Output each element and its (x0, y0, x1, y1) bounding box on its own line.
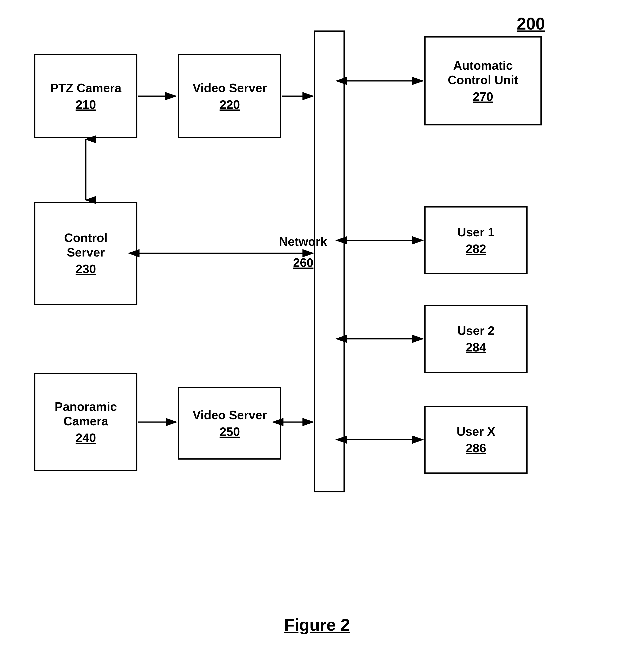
figure-number: 200 (517, 14, 545, 33)
user1-box: User 1 282 (424, 206, 528, 274)
ptz-camera-label: PTZ Camera (50, 81, 121, 95)
network-label: Network (279, 235, 327, 248)
video-server-220-number: 220 (220, 98, 240, 112)
video-server-220-box: Video Server 220 (178, 54, 282, 138)
user2-box: User 2 284 (424, 305, 528, 373)
user1-number: 282 (466, 242, 486, 256)
userx-number: 286 (466, 441, 486, 455)
panoramic-camera-box: PanoramicCamera 240 (34, 373, 138, 471)
video-server-250-number: 250 (220, 425, 240, 439)
userx-label: User X (457, 424, 495, 439)
userx-box: User X 286 (424, 406, 528, 474)
user1-label: User 1 (458, 225, 495, 239)
control-server-label: ControlServer (64, 231, 107, 260)
panoramic-camera-label: PanoramicCamera (55, 399, 117, 429)
control-server-number: 230 (76, 262, 96, 276)
auto-control-unit-box: AutomaticControl Unit 270 (424, 37, 542, 125)
auto-control-unit-label: AutomaticControl Unit (448, 58, 518, 88)
user2-number: 284 (466, 340, 486, 354)
ptz-camera-box: PTZ Camera 210 (34, 54, 138, 138)
network-bar (314, 30, 345, 493)
video-server-250-box: Video Server 250 (178, 387, 282, 460)
video-server-220-label: Video Server (193, 81, 267, 95)
panoramic-camera-number: 240 (76, 431, 96, 445)
auto-control-unit-number: 270 (473, 90, 493, 104)
network-number: 260 (293, 256, 314, 270)
diagram: 200 PTZ Camera 210 Video Server 220 Cont… (0, 0, 634, 672)
ptz-camera-number: 210 (76, 98, 96, 112)
user2-label: User 2 (458, 323, 495, 338)
video-server-250-label: Video Server (193, 408, 267, 422)
control-server-box: ControlServer 230 (34, 202, 138, 305)
figure-caption: Figure 2 (284, 615, 350, 634)
